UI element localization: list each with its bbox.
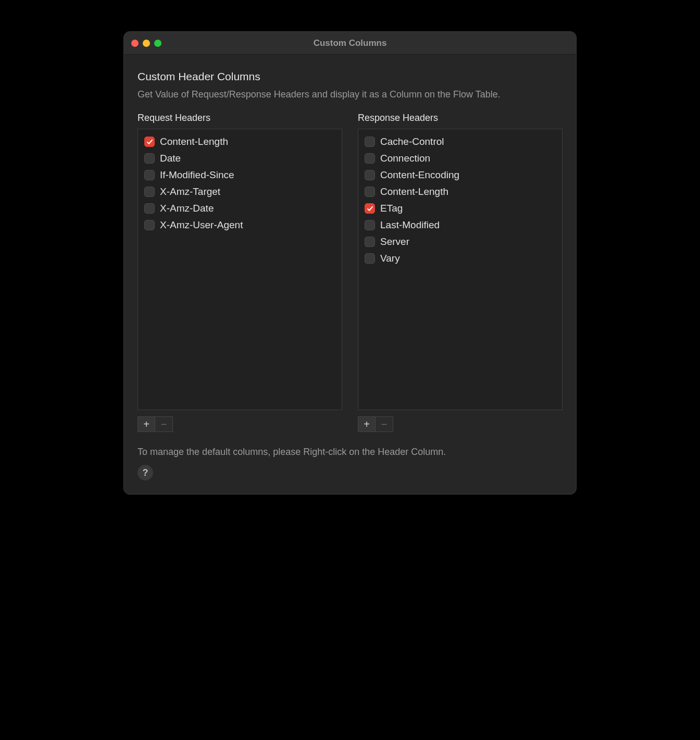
list-item-label: Content-Encoding bbox=[380, 169, 459, 181]
columns-container: Request Headers Content-LengthDateIf-Mod… bbox=[138, 113, 562, 432]
checkbox[interactable] bbox=[365, 237, 375, 247]
list-item-label: Date bbox=[160, 153, 181, 164]
checkbox[interactable] bbox=[144, 220, 155, 230]
list-item-label: Connection bbox=[380, 153, 430, 164]
list-item[interactable]: Content-Length bbox=[358, 183, 562, 200]
list-item[interactable]: ETag bbox=[358, 200, 562, 217]
response-buttons: + − bbox=[358, 416, 562, 432]
list-item[interactable]: Vary bbox=[358, 250, 562, 267]
list-item[interactable]: Last-Modified bbox=[358, 217, 562, 233]
titlebar: Custom Columns bbox=[124, 32, 576, 55]
footer-hint: To manage the default columns, please Ri… bbox=[138, 447, 562, 458]
checkbox[interactable] bbox=[365, 153, 375, 164]
list-item-label: Cache-Control bbox=[380, 136, 444, 147]
checkbox[interactable] bbox=[365, 137, 375, 147]
page-heading: Custom Header Columns bbox=[138, 70, 562, 83]
request-headers-title: Request Headers bbox=[138, 113, 342, 124]
list-item-label: X-Amz-Date bbox=[160, 203, 214, 214]
response-headers-column: Response Headers Cache-ControlConnection… bbox=[358, 113, 562, 432]
custom-columns-window: Custom Columns Custom Header Columns Get… bbox=[123, 31, 577, 495]
list-item[interactable]: If-Modified-Since bbox=[138, 167, 342, 183]
response-remove-button: − bbox=[376, 416, 393, 432]
request-headers-column: Request Headers Content-LengthDateIf-Mod… bbox=[138, 113, 342, 432]
help-button[interactable]: ? bbox=[138, 465, 153, 480]
list-item[interactable]: Content-Encoding bbox=[358, 167, 562, 183]
close-window-button[interactable] bbox=[131, 40, 139, 47]
list-item-label: Content-Length bbox=[160, 136, 228, 147]
request-remove-button: − bbox=[155, 416, 173, 432]
content-area: Custom Header Columns Get Value of Reque… bbox=[124, 55, 576, 494]
checkbox[interactable] bbox=[365, 203, 375, 214]
checkbox[interactable] bbox=[144, 153, 155, 164]
checkbox[interactable] bbox=[144, 137, 155, 147]
list-item-label: Server bbox=[380, 236, 409, 248]
checkbox[interactable] bbox=[365, 187, 375, 197]
list-item-label: Content-Length bbox=[380, 186, 448, 198]
list-item-label: Last-Modified bbox=[380, 219, 440, 231]
list-item-label: ETag bbox=[380, 203, 403, 214]
traffic-lights bbox=[131, 40, 161, 47]
list-item-label: If-Modified-Since bbox=[160, 169, 234, 181]
page-subheading: Get Value of Request/Response Headers an… bbox=[138, 88, 562, 101]
list-item-label: X-Amz-Target bbox=[160, 186, 220, 198]
list-item[interactable]: X-Amz-User-Agent bbox=[138, 217, 342, 233]
list-item[interactable]: Content-Length bbox=[138, 133, 342, 150]
minimize-window-button[interactable] bbox=[143, 40, 150, 47]
list-item-label: Vary bbox=[380, 253, 400, 264]
response-headers-list[interactable]: Cache-ControlConnectionContent-EncodingC… bbox=[358, 129, 562, 410]
list-item-label: X-Amz-User-Agent bbox=[160, 219, 243, 231]
list-item[interactable]: Server bbox=[358, 233, 562, 250]
checkbox[interactable] bbox=[365, 253, 375, 264]
window-title: Custom Columns bbox=[124, 38, 576, 48]
checkbox[interactable] bbox=[365, 220, 375, 230]
response-headers-title: Response Headers bbox=[358, 113, 562, 124]
checkbox[interactable] bbox=[144, 203, 155, 214]
list-item[interactable]: Cache-Control bbox=[358, 133, 562, 150]
list-item[interactable]: Connection bbox=[358, 150, 562, 167]
checkbox[interactable] bbox=[144, 187, 155, 197]
list-item[interactable]: Date bbox=[138, 150, 342, 167]
zoom-window-button[interactable] bbox=[154, 40, 161, 47]
request-add-button[interactable]: + bbox=[138, 416, 155, 432]
list-item[interactable]: X-Amz-Date bbox=[138, 200, 342, 217]
checkbox[interactable] bbox=[365, 170, 375, 180]
request-buttons: + − bbox=[138, 416, 342, 432]
request-headers-list[interactable]: Content-LengthDateIf-Modified-SinceX-Amz… bbox=[138, 129, 342, 410]
response-add-button[interactable]: + bbox=[358, 416, 376, 432]
checkbox[interactable] bbox=[144, 170, 155, 180]
list-item[interactable]: X-Amz-Target bbox=[138, 183, 342, 200]
